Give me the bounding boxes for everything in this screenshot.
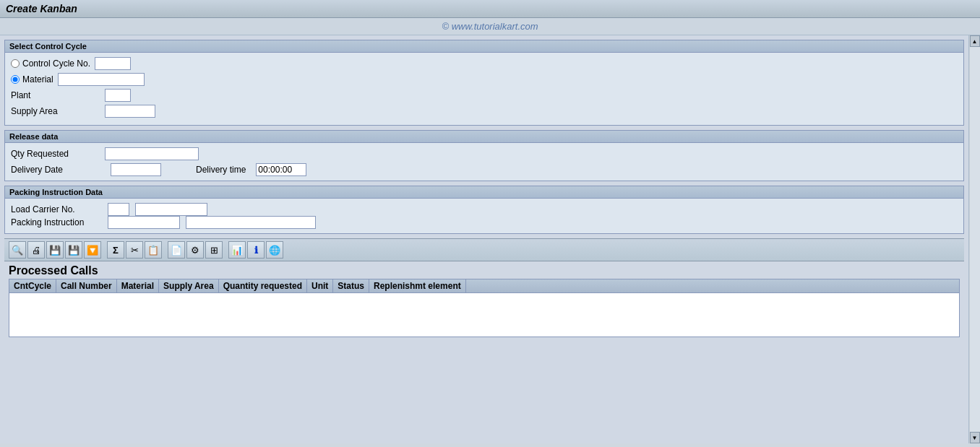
cut-btn[interactable]: ✂	[126, 241, 143, 259]
load-carrier-input1[interactable]	[108, 203, 129, 216]
plant-row: Plant	[11, 89, 958, 102]
delivery-date-input[interactable]	[111, 163, 161, 176]
qty-requested-input[interactable]	[105, 147, 199, 160]
globe-btn[interactable]: 🌐	[266, 241, 283, 259]
table-header: CntCycle Call Number Material Supply Are…	[9, 279, 959, 293]
delivery-row: Delivery Date Delivery time	[11, 163, 958, 176]
supply-area-input[interactable]	[105, 105, 155, 118]
material-radio[interactable]	[11, 75, 20, 84]
settings-btn[interactable]: ⚙	[186, 241, 204, 259]
sum-btn[interactable]: Σ	[107, 241, 124, 259]
table-body	[9, 293, 959, 337]
scrollbar: ▲ ▼	[968, 35, 980, 443]
processed-calls-title: Processed Calls	[4, 261, 964, 279]
control-cycle-no-label: Control Cycle No.	[22, 58, 90, 69]
paste-btn[interactable]: 📄	[168, 241, 185, 259]
call-number-col-header: Call Number	[56, 279, 117, 292]
toolbar: 🔍 🖨 💾 💾 🔽 Σ ✂ 📋 📄 ⚙ ⊞ 📊 ℹ 🌐	[4, 238, 964, 261]
supply-area-label: Supply Area	[11, 106, 105, 116]
material-input[interactable]	[58, 73, 145, 86]
load-carrier-label: Load Carrier No.	[11, 204, 105, 214]
release-data-body: Qty Requested Delivery Date Delivery tim…	[5, 143, 963, 181]
toolbar-sep1	[103, 243, 106, 257]
chart-btn[interactable]: 📊	[228, 241, 246, 259]
control-cycle-no-input[interactable]	[95, 57, 131, 70]
plant-input[interactable]	[105, 89, 131, 102]
info-btn[interactable]: ℹ	[247, 241, 265, 259]
load-carrier-input2[interactable]	[135, 203, 207, 216]
packing-instruction-header: Packing Instruction Data	[5, 186, 963, 199]
qty-requested-row: Qty Requested	[11, 147, 958, 160]
status-col-header: Status	[333, 279, 369, 292]
supply-area-col-header: Supply Area	[159, 279, 219, 292]
load-carrier-row: Load Carrier No.	[11, 203, 958, 216]
watermark-text: © www.tutorialkart.com	[442, 21, 538, 32]
release-data-header: Release data	[5, 131, 963, 143]
packing-instruction-input1[interactable]	[108, 216, 180, 229]
filter-btn[interactable]: 🔽	[84, 241, 101, 259]
scroll-up-btn[interactable]: ▲	[970, 35, 980, 47]
grid-btn[interactable]: ⊞	[205, 241, 223, 259]
watermark-bar: © www.tutorialkart.com	[0, 18, 980, 35]
material-label: Material	[22, 74, 53, 84]
toolbar-sep2	[163, 243, 166, 257]
processed-calls-table: CntCycle Call Number Material Supply Are…	[9, 279, 960, 337]
toolbar-sep3	[224, 243, 227, 257]
packing-instruction-label: Packing Instruction	[11, 217, 105, 227]
packing-instruction-body: Load Carrier No. Packing Instruction	[5, 199, 963, 233]
material-row: Material	[11, 73, 958, 86]
qty-requested-label: Qty Requested	[11, 149, 105, 159]
print-btn[interactable]: 🖨	[27, 241, 45, 259]
save2-btn[interactable]: 💾	[65, 241, 82, 259]
material-col-header: Material	[117, 279, 159, 292]
page-title: Create Kanban	[6, 3, 77, 14]
scrollbar-track[interactable]	[970, 47, 980, 432]
release-data-section: Release data Qty Requested Delivery Date…	[4, 130, 964, 181]
cnt-cycle-col-header: CntCycle	[9, 279, 56, 292]
control-cycle-no-row: Control Cycle No.	[11, 57, 958, 70]
packing-instruction-input2[interactable]	[186, 216, 316, 229]
delivery-date-label: Delivery Date	[11, 165, 105, 175]
select-control-cycle-section: Select Control Cycle Control Cycle No. M…	[4, 40, 964, 126]
delivery-time-input[interactable]	[256, 163, 306, 176]
delivery-time-label: Delivery time	[196, 165, 246, 175]
scroll-down-btn[interactable]: ▼	[970, 432, 980, 443]
select-control-cycle-body: Control Cycle No. Material Plant Supply …	[5, 53, 963, 125]
copy-btn[interactable]: 📋	[145, 241, 162, 259]
packing-instruction-section: Packing Instruction Data Load Carrier No…	[4, 186, 964, 234]
content-area: Select Control Cycle Control Cycle No. M…	[0, 35, 968, 443]
select-control-cycle-header: Select Control Cycle	[5, 40, 963, 53]
plant-label: Plant	[11, 90, 105, 100]
unit-col-header: Unit	[307, 279, 333, 292]
save-btn[interactable]: 💾	[46, 241, 64, 259]
control-cycle-no-radio[interactable]	[11, 59, 20, 68]
supply-area-row: Supply Area	[11, 105, 958, 118]
replenishmt-element-col-header: Replenishmt element	[369, 279, 466, 292]
find-btn[interactable]: 🔍	[9, 241, 26, 259]
quantity-requested-col-header: Quantity requested	[219, 279, 307, 292]
main-area: Select Control Cycle Control Cycle No. M…	[0, 35, 980, 443]
title-bar: Create Kanban	[0, 0, 980, 18]
packing-instruction-row: Packing Instruction	[11, 216, 958, 229]
